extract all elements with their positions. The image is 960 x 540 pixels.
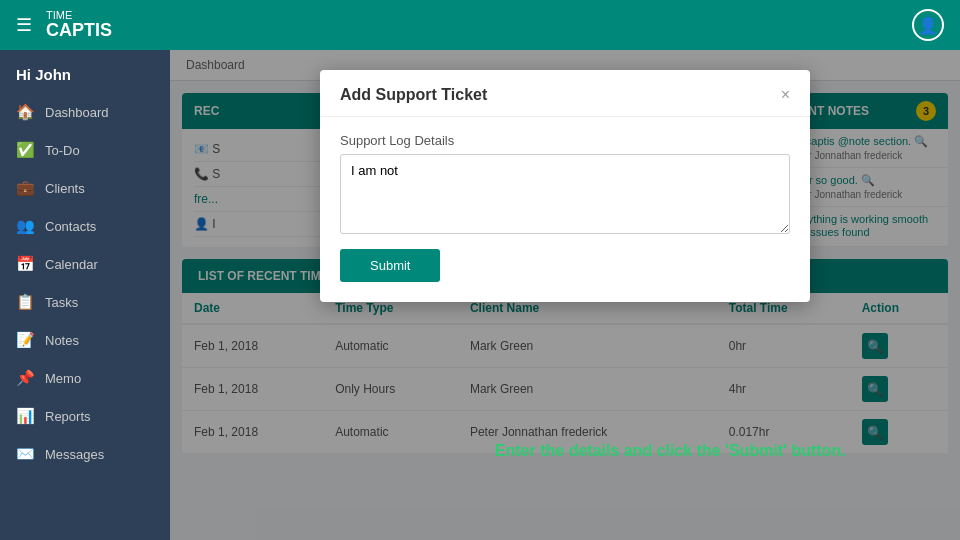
sidebar-label-notes: Notes (45, 333, 79, 348)
sidebar-item-messages[interactable]: ✉️ Messages (0, 435, 170, 473)
sidebar-label-dashboard: Dashboard (45, 105, 109, 120)
messages-icon: ✉️ (16, 445, 35, 463)
sidebar-item-dashboard[interactable]: 🏠 Dashboard (0, 93, 170, 131)
modal-overlay: Add Support Ticket × Support Log Details… (170, 50, 960, 540)
sidebar: Hi John 🏠 Dashboard ✅ To-Do 💼 Clients 👥 … (0, 50, 170, 540)
topbar: ☰ TIME CAPTIS 👤 (0, 0, 960, 50)
modal-title: Add Support Ticket (340, 86, 487, 104)
modal-close-button[interactable]: × (781, 86, 790, 104)
clients-icon: 💼 (16, 179, 35, 197)
instruction-text: Enter the details and click the 'Submit'… (495, 442, 846, 460)
sidebar-label-memo: Memo (45, 371, 81, 386)
sidebar-label-todo: To-Do (45, 143, 80, 158)
sidebar-item-contacts[interactable]: 👥 Contacts (0, 207, 170, 245)
sidebar-item-reports[interactable]: 📊 Reports (0, 397, 170, 435)
hamburger-icon[interactable]: ☰ (16, 14, 32, 36)
sidebar-greeting: Hi John (0, 50, 170, 93)
todo-icon: ✅ (16, 141, 35, 159)
sidebar-label-clients: Clients (45, 181, 85, 196)
content-area: Dashboard REC 2 📧 S (170, 50, 960, 540)
calendar-icon: 📅 (16, 255, 35, 273)
sidebar-label-reports: Reports (45, 409, 91, 424)
modal-add-support-ticket: Add Support Ticket × Support Log Details… (320, 70, 810, 302)
tasks-icon: 📋 (16, 293, 35, 311)
sidebar-label-tasks: Tasks (45, 295, 78, 310)
sidebar-label-calendar: Calendar (45, 257, 98, 272)
support-log-textarea[interactable] (340, 154, 790, 234)
sidebar-item-calendar[interactable]: 📅 Calendar (0, 245, 170, 283)
notes-icon: 📝 (16, 331, 35, 349)
contacts-icon: 👥 (16, 217, 35, 235)
user-avatar[interactable]: 👤 (912, 9, 944, 41)
dashboard-icon: 🏠 (16, 103, 35, 121)
form-label: Support Log Details (340, 133, 790, 148)
submit-button[interactable]: Submit (340, 249, 440, 282)
app-logo: TIME CAPTIS (46, 9, 112, 41)
sidebar-item-clients[interactable]: 💼 Clients (0, 169, 170, 207)
sidebar-item-memo[interactable]: 📌 Memo (0, 359, 170, 397)
sidebar-label-messages: Messages (45, 447, 104, 462)
reports-icon: 📊 (16, 407, 35, 425)
sidebar-item-tasks[interactable]: 📋 Tasks (0, 283, 170, 321)
sidebar-item-todo[interactable]: ✅ To-Do (0, 131, 170, 169)
memo-icon: 📌 (16, 369, 35, 387)
sidebar-label-contacts: Contacts (45, 219, 96, 234)
sidebar-item-notes[interactable]: 📝 Notes (0, 321, 170, 359)
sidebar-nav: 🏠 Dashboard ✅ To-Do 💼 Clients 👥 Contacts… (0, 93, 170, 540)
